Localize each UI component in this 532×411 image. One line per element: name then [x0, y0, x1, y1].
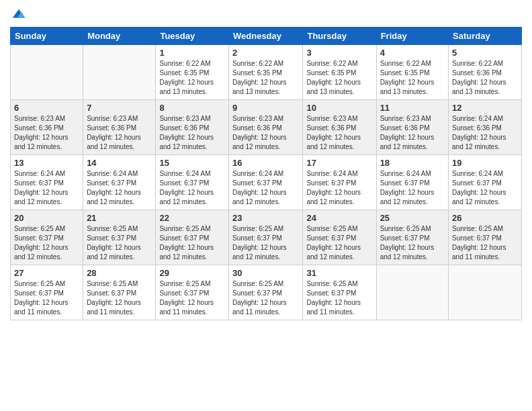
weekday-header-monday: Monday: [83, 28, 156, 45]
day-detail: Sunrise: 6:22 AMSunset: 6:35 PMDaylight:…: [159, 59, 225, 97]
day-detail: Sunrise: 6:23 AMSunset: 6:36 PMDaylight:…: [232, 114, 299, 152]
day-number: 25: [380, 213, 445, 223]
calendar-day-26: 26Sunrise: 6:25 AMSunset: 6:37 PMDayligh…: [449, 210, 522, 265]
calendar-day-23: 23Sunrise: 6:25 AMSunset: 6:37 PMDayligh…: [229, 210, 303, 265]
calendar-day-24: 24Sunrise: 6:25 AMSunset: 6:37 PMDayligh…: [303, 210, 376, 265]
day-number: 8: [159, 103, 225, 113]
day-detail: Sunrise: 6:25 AMSunset: 6:37 PMDaylight:…: [380, 224, 445, 262]
day-number: 17: [306, 158, 372, 168]
day-number: 15: [159, 158, 225, 168]
day-number: 28: [87, 268, 152, 278]
weekday-header-wednesday: Wednesday: [229, 28, 303, 45]
day-number: 27: [14, 268, 79, 278]
day-number: 12: [452, 103, 518, 113]
calendar-day-8: 8Sunrise: 6:23 AMSunset: 6:36 PMDaylight…: [156, 100, 229, 155]
day-number: 3: [306, 48, 372, 58]
day-number: 1: [159, 48, 225, 58]
day-detail: Sunrise: 6:25 AMSunset: 6:37 PMDaylight:…: [159, 279, 225, 317]
day-detail: Sunrise: 6:24 AMSunset: 6:37 PMDaylight:…: [159, 169, 225, 207]
day-number: 5: [452, 48, 518, 58]
day-number: 21: [87, 213, 152, 223]
weekday-header-thursday: Thursday: [303, 28, 376, 45]
day-detail: Sunrise: 6:25 AMSunset: 6:37 PMDaylight:…: [452, 224, 518, 262]
weekday-header-sunday: Sunday: [11, 28, 83, 45]
day-detail: Sunrise: 6:24 AMSunset: 6:37 PMDaylight:…: [232, 169, 299, 207]
calendar-day-4: 4Sunrise: 6:22 AMSunset: 6:35 PMDaylight…: [376, 45, 448, 100]
calendar-day-31: 31Sunrise: 6:25 AMSunset: 6:37 PMDayligh…: [303, 265, 376, 320]
calendar-day-3: 3Sunrise: 6:22 AMSunset: 6:35 PMDaylight…: [303, 45, 376, 100]
calendar-table: SundayMondayTuesdayWednesdayThursdayFrid…: [10, 27, 522, 320]
day-number: 23: [232, 213, 299, 223]
calendar-week-row: 13Sunrise: 6:24 AMSunset: 6:37 PMDayligh…: [11, 155, 522, 210]
calendar-day-17: 17Sunrise: 6:24 AMSunset: 6:37 PMDayligh…: [303, 155, 376, 210]
calendar-day-21: 21Sunrise: 6:25 AMSunset: 6:37 PMDayligh…: [83, 210, 156, 265]
day-detail: Sunrise: 6:22 AMSunset: 6:35 PMDaylight:…: [232, 59, 299, 97]
header: [10, 7, 522, 21]
day-detail: Sunrise: 6:25 AMSunset: 6:37 PMDaylight:…: [14, 224, 79, 262]
calendar-day-9: 9Sunrise: 6:23 AMSunset: 6:36 PMDaylight…: [229, 100, 303, 155]
day-number: 14: [87, 158, 152, 168]
day-number: 9: [232, 103, 299, 113]
day-detail: Sunrise: 6:22 AMSunset: 6:35 PMDaylight:…: [380, 59, 445, 97]
calendar-day-1: 1Sunrise: 6:22 AMSunset: 6:35 PMDaylight…: [156, 45, 229, 100]
calendar-day-13: 13Sunrise: 6:24 AMSunset: 6:37 PMDayligh…: [11, 155, 83, 210]
day-number: 2: [232, 48, 299, 58]
day-number: 22: [159, 213, 225, 223]
day-detail: Sunrise: 6:25 AMSunset: 6:37 PMDaylight:…: [306, 224, 372, 262]
calendar-day-11: 11Sunrise: 6:23 AMSunset: 6:36 PMDayligh…: [376, 100, 448, 155]
day-number: 18: [380, 158, 445, 168]
calendar-day-18: 18Sunrise: 6:24 AMSunset: 6:37 PMDayligh…: [376, 155, 448, 210]
day-detail: Sunrise: 6:25 AMSunset: 6:37 PMDaylight:…: [232, 224, 299, 262]
day-number: 13: [14, 158, 79, 168]
day-number: 31: [306, 268, 372, 278]
day-detail: Sunrise: 6:24 AMSunset: 6:36 PMDaylight:…: [452, 114, 518, 152]
logo-icon: [11, 7, 26, 21]
calendar-week-row: 20Sunrise: 6:25 AMSunset: 6:37 PMDayligh…: [11, 210, 522, 265]
day-detail: Sunrise: 6:24 AMSunset: 6:37 PMDaylight:…: [87, 169, 152, 207]
weekday-header-row: SundayMondayTuesdayWednesdayThursdayFrid…: [11, 28, 522, 45]
day-number: 16: [232, 158, 299, 168]
logo: [10, 7, 26, 21]
calendar-week-row: 6Sunrise: 6:23 AMSunset: 6:36 PMDaylight…: [11, 100, 522, 155]
day-detail: Sunrise: 6:23 AMSunset: 6:36 PMDaylight:…: [87, 114, 152, 152]
weekday-header-tuesday: Tuesday: [156, 28, 229, 45]
day-detail: Sunrise: 6:22 AMSunset: 6:36 PMDaylight:…: [452, 59, 518, 97]
day-number: 30: [232, 268, 299, 278]
day-detail: Sunrise: 6:25 AMSunset: 6:37 PMDaylight:…: [159, 224, 225, 262]
calendar-day-25: 25Sunrise: 6:25 AMSunset: 6:37 PMDayligh…: [376, 210, 448, 265]
day-detail: Sunrise: 6:24 AMSunset: 6:37 PMDaylight:…: [306, 169, 372, 207]
day-detail: Sunrise: 6:23 AMSunset: 6:36 PMDaylight:…: [380, 114, 445, 152]
calendar-day-30: 30Sunrise: 6:25 AMSunset: 6:37 PMDayligh…: [229, 265, 303, 320]
day-number: 4: [380, 48, 445, 58]
calendar-week-row: 1Sunrise: 6:22 AMSunset: 6:35 PMDaylight…: [11, 45, 522, 100]
calendar-day-16: 16Sunrise: 6:24 AMSunset: 6:37 PMDayligh…: [229, 155, 303, 210]
calendar-day-7: 7Sunrise: 6:23 AMSunset: 6:36 PMDaylight…: [83, 100, 156, 155]
calendar-day-27: 27Sunrise: 6:25 AMSunset: 6:37 PMDayligh…: [11, 265, 83, 320]
day-detail: Sunrise: 6:25 AMSunset: 6:37 PMDaylight:…: [87, 279, 152, 317]
day-number: 24: [306, 213, 372, 223]
day-number: 10: [306, 103, 372, 113]
calendar-day-12: 12Sunrise: 6:24 AMSunset: 6:36 PMDayligh…: [449, 100, 522, 155]
day-number: 26: [452, 213, 518, 223]
day-detail: Sunrise: 6:23 AMSunset: 6:36 PMDaylight:…: [159, 114, 225, 152]
day-detail: Sunrise: 6:24 AMSunset: 6:37 PMDaylight:…: [14, 169, 79, 207]
day-detail: Sunrise: 6:24 AMSunset: 6:37 PMDaylight:…: [380, 169, 445, 207]
calendar-day-empty: [376, 265, 448, 320]
calendar-day-20: 20Sunrise: 6:25 AMSunset: 6:37 PMDayligh…: [11, 210, 83, 265]
calendar-day-5: 5Sunrise: 6:22 AMSunset: 6:36 PMDaylight…: [449, 45, 522, 100]
calendar-day-empty: [449, 265, 522, 320]
calendar-day-19: 19Sunrise: 6:24 AMSunset: 6:37 PMDayligh…: [449, 155, 522, 210]
calendar-day-empty: [83, 45, 156, 100]
day-detail: Sunrise: 6:25 AMSunset: 6:37 PMDaylight:…: [232, 279, 299, 317]
calendar-day-15: 15Sunrise: 6:24 AMSunset: 6:37 PMDayligh…: [156, 155, 229, 210]
calendar-day-10: 10Sunrise: 6:23 AMSunset: 6:36 PMDayligh…: [303, 100, 376, 155]
calendar-day-2: 2Sunrise: 6:22 AMSunset: 6:35 PMDaylight…: [229, 45, 303, 100]
calendar-day-28: 28Sunrise: 6:25 AMSunset: 6:37 PMDayligh…: [83, 265, 156, 320]
day-detail: Sunrise: 6:23 AMSunset: 6:36 PMDaylight:…: [306, 114, 372, 152]
day-number: 6: [14, 103, 79, 113]
day-detail: Sunrise: 6:22 AMSunset: 6:35 PMDaylight:…: [306, 59, 372, 97]
day-number: 20: [14, 213, 79, 223]
calendar-week-row: 27Sunrise: 6:25 AMSunset: 6:37 PMDayligh…: [11, 265, 522, 320]
day-number: 7: [87, 103, 152, 113]
day-number: 11: [380, 103, 445, 113]
